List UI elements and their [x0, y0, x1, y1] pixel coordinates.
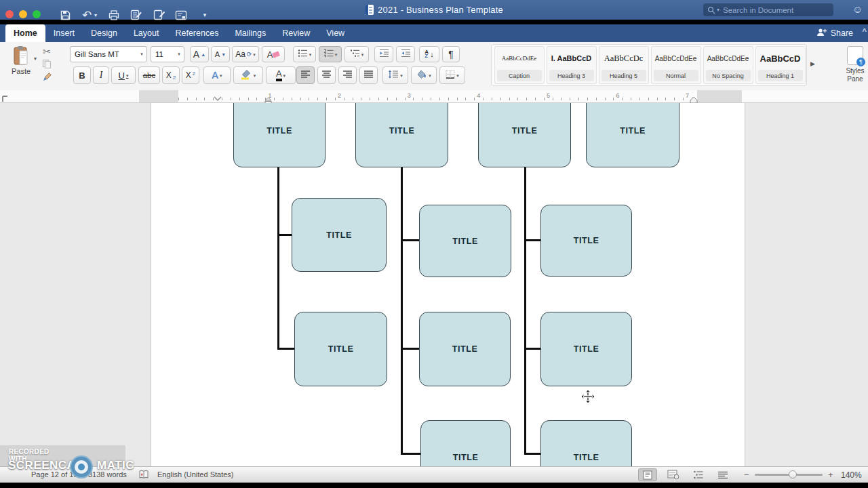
align-left-button[interactable]	[296, 66, 315, 84]
tab-review[interactable]: Review	[274, 24, 318, 42]
subscript-button[interactable]: X2	[162, 66, 180, 84]
underline-button[interactable]: U▾	[111, 66, 136, 84]
sort-button[interactable]: AZ ↓	[419, 46, 439, 62]
zoom-in-button[interactable]: +	[828, 470, 833, 480]
change-case-button[interactable]: Aa⟳ ▾	[232, 46, 259, 62]
org-chart-box[interactable]: TITLE	[419, 205, 511, 277]
org-chart-box-label: TITLE	[620, 126, 646, 136]
styles-gallery-more-icon[interactable]: ▶	[810, 60, 815, 67]
org-chart-connector[interactable]	[401, 167, 403, 455]
org-chart-connector[interactable]	[401, 453, 422, 455]
numbered-list-icon	[323, 49, 334, 60]
bullet-list-button[interactable]: ▾	[293, 46, 316, 62]
superscript-button[interactable]: X2	[182, 66, 199, 84]
org-chart-box[interactable]: TITLE	[294, 312, 387, 386]
copy-button[interactable]	[39, 59, 54, 71]
shrink-font-button[interactable]: A▼	[211, 46, 230, 62]
style-card-heading-3[interactable]: I. AaBbCcDHeading 3	[547, 46, 597, 84]
tab-view[interactable]: View	[318, 24, 353, 42]
document-canvas[interactable]: TITLETITLETITLETITLETITLETITLETITLETITLE…	[0, 103, 868, 466]
shading-button[interactable]: ▾	[411, 66, 437, 84]
org-chart-box[interactable]: TITLE	[355, 103, 448, 167]
search-input[interactable]: ▾ Search in Document	[703, 3, 833, 16]
font-name-select[interactable]: Gill Sans MT ▾	[70, 46, 147, 62]
numbered-list-button[interactable]: ▾	[319, 46, 342, 62]
search-scope-chevron-icon[interactable]: ▾	[717, 7, 719, 13]
style-card-no-spacing[interactable]: AaBbCcDdEeNo Spacing	[703, 46, 753, 84]
tab-design[interactable]: Design	[83, 24, 125, 42]
paste-button[interactable]: Paste	[5, 45, 37, 85]
share-button[interactable]: Share	[816, 24, 853, 42]
multilevel-list-button[interactable]: ▾	[344, 46, 369, 62]
watermark-brand-right: MATIC	[97, 459, 134, 472]
org-chart-box[interactable]: TITLE	[292, 198, 387, 272]
org-chart-connector[interactable]	[277, 234, 293, 236]
org-chart-box[interactable]: TITLE	[540, 312, 632, 386]
org-chart-box[interactable]: TITLE	[478, 103, 571, 167]
clear-formatting-button[interactable]: A	[262, 46, 285, 62]
org-chart-connector[interactable]	[401, 348, 420, 350]
format-painter-button[interactable]	[39, 72, 54, 84]
highlight-button[interactable]: ▾	[233, 66, 263, 84]
collapse-ribbon-icon[interactable]: ^	[863, 27, 867, 35]
line-spacing-button[interactable]: ▾	[382, 66, 408, 84]
zoom-slider-thumb[interactable]	[789, 470, 797, 479]
outline-view-button[interactable]	[689, 468, 708, 481]
ruler-number: 2	[338, 92, 341, 99]
font-size-select[interactable]: 11 ▾	[151, 46, 184, 62]
style-card-heading-5[interactable]: AaBbCcDcHeading 5	[599, 46, 649, 84]
tab-home[interactable]: Home	[5, 24, 45, 42]
zoom-level[interactable]: 140%	[841, 470, 862, 480]
align-center-button[interactable]	[317, 66, 336, 84]
first-line-indent-marker[interactable]	[214, 92, 222, 104]
styles-pane-button[interactable]: Styles Pane	[841, 46, 868, 83]
zoom-slider[interactable]	[755, 474, 823, 476]
align-right-button[interactable]	[338, 66, 357, 84]
style-card-heading-1[interactable]: AaBbCcDHeading 1	[755, 46, 806, 84]
tab-mailings[interactable]: Mailings	[226, 24, 274, 42]
paste-dropdown-icon[interactable]: ▾	[34, 56, 37, 62]
bold-button[interactable]: B	[73, 66, 91, 84]
org-chart-box[interactable]: TITLE	[420, 420, 511, 466]
org-chart-connector[interactable]	[524, 239, 542, 241]
org-chart-box[interactable]: TITLE	[233, 103, 326, 167]
decrease-indent-button[interactable]	[374, 46, 393, 62]
tab-insert[interactable]: Insert	[45, 24, 83, 42]
language-indicator[interactable]: English (United States)	[157, 470, 234, 479]
org-chart-connector[interactable]	[277, 167, 279, 350]
org-chart-box[interactable]: TITLE	[419, 312, 511, 386]
org-chart-box[interactable]: TITLE	[540, 205, 632, 277]
tab-references[interactable]: References	[167, 24, 226, 42]
org-chart-box[interactable]: TITLE	[586, 103, 679, 167]
increase-indent-button[interactable]	[396, 46, 415, 62]
tab-layout[interactable]: Layout	[125, 24, 167, 42]
org-chart-box-label: TITLE	[328, 344, 354, 354]
font-size-dropdown-icon[interactable]: ▾	[174, 47, 184, 62]
zoom-out-button[interactable]: −	[744, 470, 749, 480]
font-name-dropdown-icon[interactable]: ▾	[137, 47, 146, 62]
cut-button[interactable]: ✂	[39, 45, 54, 58]
text-effects-button[interactable]: A ▾	[203, 66, 231, 84]
show-paragraph-marks-button[interactable]: ¶	[442, 46, 460, 62]
proofing-status-icon[interactable]	[138, 470, 149, 481]
org-chart-box[interactable]: TITLE	[540, 420, 632, 466]
org-chart-connector[interactable]	[401, 239, 420, 241]
draft-view-button[interactable]	[713, 468, 732, 481]
font-color-button[interactable]: A ▾	[266, 66, 296, 84]
org-chart-connector[interactable]	[524, 167, 526, 455]
org-chart-connector[interactable]	[524, 453, 542, 455]
org-chart-connector[interactable]	[277, 348, 296, 350]
org-chart-box-label: TITLE	[574, 453, 599, 462]
strikethrough-button[interactable]: abc	[138, 66, 160, 84]
grow-font-button[interactable]: A▲	[190, 46, 209, 62]
org-chart-connector[interactable]	[524, 348, 542, 350]
italic-button[interactable]: I	[93, 66, 109, 84]
borders-button[interactable]: ▾	[439, 66, 465, 84]
justify-button[interactable]	[359, 66, 378, 84]
style-card-caption[interactable]: AaBbCcDdEeCaption	[494, 46, 545, 84]
paint-bucket-icon	[416, 70, 427, 81]
style-card-normal[interactable]: AaBbCcDdEeNormal	[651, 46, 701, 84]
feedback-smiley-icon[interactable]: ☺	[852, 3, 863, 15]
print-layout-view-button[interactable]	[638, 468, 657, 481]
web-layout-view-button[interactable]	[664, 468, 683, 481]
